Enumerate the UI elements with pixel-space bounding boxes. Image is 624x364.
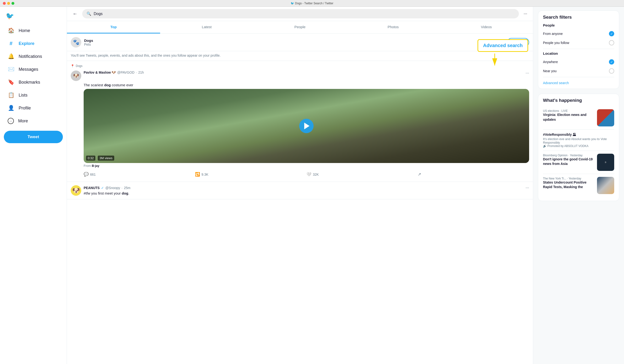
tab-videos[interactable]: Videos xyxy=(440,21,533,33)
follow-description: You'll see Tweets, people, events, and a… xyxy=(67,51,533,61)
filter-from-anyone: From anyone xyxy=(543,29,614,38)
sidebar-item-explore[interactable]: # Explore xyxy=(4,38,63,50)
search-input[interactable] xyxy=(94,12,515,16)
play-triangle-icon xyxy=(304,123,310,129)
wh-item-virginia[interactable]: US elections · LIVE Virginia: Election n… xyxy=(543,106,614,130)
bell-icon: 🔔 xyxy=(8,53,14,59)
wh-image-bloomberg: B xyxy=(597,154,614,171)
sidebar-item-notifications[interactable]: 🔔 Notifications xyxy=(4,51,63,62)
right-sidebar: Search filters People From anyone People… xyxy=(533,7,624,364)
search-more-button[interactable]: ··· xyxy=(522,9,529,18)
video-play-button[interactable] xyxy=(299,119,313,133)
maximize-button[interactable] xyxy=(11,2,14,5)
sidebar-item-label-lists: Lists xyxy=(19,93,27,98)
search-tabs: Top Latest People Photos Videos xyxy=(67,21,533,34)
window-controls[interactable] xyxy=(3,2,14,5)
verified-badge: ✓ xyxy=(101,186,104,190)
wh-text-nyt: The New York Ti... · Yesterday States Un… xyxy=(543,177,595,189)
whats-happening-box: What's happening US elections · LIVE Vir… xyxy=(538,94,619,201)
filters-title: Search filters xyxy=(543,15,614,20)
filter-from-anyone-label: From anyone xyxy=(543,32,563,36)
tweet-avatar-2: 🐶 xyxy=(71,185,81,196)
filter-near-you: Near you xyxy=(543,66,614,76)
filter-from-anyone-radio[interactable] xyxy=(609,31,614,36)
tweet-button[interactable]: Tweet xyxy=(4,131,63,143)
tweet-time-1: · xyxy=(136,71,137,74)
tweet-display-name-2: PEANUTS xyxy=(84,186,100,190)
wh-item-vote[interactable]: #VoteResponsibly 🗳 It's election eve and… xyxy=(543,130,614,151)
advanced-search-link[interactable]: Advanced search xyxy=(543,79,614,85)
comment-icon: 💬 xyxy=(84,172,89,177)
tweet-more-2[interactable]: ··· xyxy=(525,185,529,190)
close-button[interactable] xyxy=(3,2,6,5)
sidebar-item-label-more: More xyxy=(18,119,28,124)
title-bar: 🐦 Dogs - Twitter Search / Twitter xyxy=(0,0,624,7)
twitter-logo: 🐦 xyxy=(4,9,63,23)
tweet-more-1[interactable]: ··· xyxy=(525,71,529,76)
wh-image-virginia xyxy=(597,109,614,127)
video-wrap-1[interactable]: 0:32 3M views xyxy=(84,89,529,163)
explore-icon: # xyxy=(8,40,14,47)
sidebar-item-more[interactable]: ··· More xyxy=(4,115,63,127)
retweet-action[interactable]: 🔁 9.3K xyxy=(195,170,306,178)
wh-text-bloomberg: Bloomberg Opinion · Yesterday Don't igno… xyxy=(543,154,595,166)
sidebar-item-label-notifications: Notifications xyxy=(19,54,42,59)
tweet-names-2: PEANUTS ✓ @Snoopy · 25m ··· xyxy=(84,185,529,190)
wh-text-virginia: US elections · LIVE Virginia: Election n… xyxy=(543,109,595,122)
share-action[interactable]: ↗ xyxy=(418,170,529,178)
filter-people-you-follow-label: People you follow xyxy=(543,41,569,45)
minimize-button[interactable] xyxy=(7,2,10,5)
follow-info: Dogs Pets xyxy=(84,38,504,46)
tweet-header-1: 🐶 Pavlov & Maslow 🐶 @PAVGOD · 21h ··· xyxy=(71,71,529,81)
sidebar-nav: 🏠 Home # Explore 🔔 Notifications ✉️ Mess… xyxy=(4,25,63,127)
like-count: 32K xyxy=(313,173,319,176)
home-icon: 🏠 xyxy=(8,27,14,34)
search-input-wrap[interactable]: 🔍 xyxy=(82,9,519,18)
sidebar: 🐦 🏠 Home # Explore 🔔 Notifications ✉️ Me… xyxy=(0,7,67,364)
wh-item-nyt[interactable]: The New York Ti... · Yesterday States Un… xyxy=(543,174,614,197)
tweet-meta-1: Pavlov & Maslow 🐶 @PAVGOD · 21h xyxy=(84,71,523,74)
tweet-topic-label: 📍 Dogs xyxy=(71,64,529,69)
like-action[interactable]: 🤍 32K xyxy=(306,170,418,178)
tweet-body-2: #tfw you first meet your dog. xyxy=(84,191,529,195)
sidebar-item-lists[interactable]: 📋 Lists xyxy=(4,89,63,101)
filter-people-you-follow-radio[interactable] xyxy=(609,40,614,45)
sidebar-item-profile[interactable]: 👤 Profile xyxy=(4,102,63,114)
tweet-handle-1: @PAVGOD xyxy=(117,71,134,74)
follow-name: Dogs xyxy=(84,38,504,43)
video-views: 3M views xyxy=(98,156,114,161)
video-duration: 0:32 xyxy=(86,156,95,161)
tab-photos[interactable]: Photos xyxy=(346,21,440,33)
comment-action[interactable]: 💬 661 xyxy=(84,170,195,178)
tweet-card-2: 🐶 PEANUTS ✓ @Snoopy · 25m ··· #tfw you f… xyxy=(67,182,533,199)
wh-subtext-vote: It's election eve and Absolut wants you … xyxy=(543,137,614,144)
filter-people-title: People xyxy=(543,23,614,27)
filter-people-you-follow: People you follow xyxy=(543,38,614,47)
tab-latest[interactable]: Latest xyxy=(160,21,253,33)
filter-near-you-label: Near you xyxy=(543,69,557,73)
tab-top[interactable]: Top xyxy=(67,21,160,33)
filter-divider-2 xyxy=(543,77,614,77)
wh-promo-vote: 🔊 Promoted by ABSOLUT VODKA xyxy=(543,144,614,148)
filter-location-title: Location xyxy=(543,52,614,55)
back-button[interactable]: ← xyxy=(71,9,79,18)
sidebar-item-messages[interactable]: ✉️ Messages xyxy=(4,63,63,75)
filter-near-you-radio[interactable] xyxy=(609,68,614,74)
wh-category-bloomberg: Bloomberg Opinion · Yesterday xyxy=(543,154,595,157)
wh-item-bloomberg[interactable]: Bloomberg Opinion · Yesterday Don't igno… xyxy=(543,151,614,174)
sidebar-item-home[interactable]: 🏠 Home xyxy=(4,25,63,37)
sidebar-item-bookmarks[interactable]: 🔖 Bookmarks xyxy=(4,76,63,88)
follow-handle: Pets xyxy=(84,43,504,46)
sidebar-item-label: Home xyxy=(19,28,30,33)
search-header: ← 🔍 ··· xyxy=(67,7,533,21)
tweet-card-1: 📍 Dogs 🐶 Pavlov & Maslow 🐶 @PAVGOD · 21h… xyxy=(67,61,533,182)
filter-anywhere-radio[interactable] xyxy=(609,59,614,65)
tweet-handle-2: @Snoopy xyxy=(105,186,120,190)
tweet-time-val-2: 25m xyxy=(124,186,130,190)
tab-people[interactable]: People xyxy=(253,21,346,33)
wh-image-bloomberg-bg: B xyxy=(597,154,614,171)
wh-headline-nyt: States Undercount Positive Rapid Tests, … xyxy=(543,180,595,189)
filter-anywhere: Anywhere xyxy=(543,57,614,66)
wh-headline-virginia: Virginia: Election news and updates xyxy=(543,113,595,122)
flag-icon: 📍 xyxy=(71,64,74,68)
